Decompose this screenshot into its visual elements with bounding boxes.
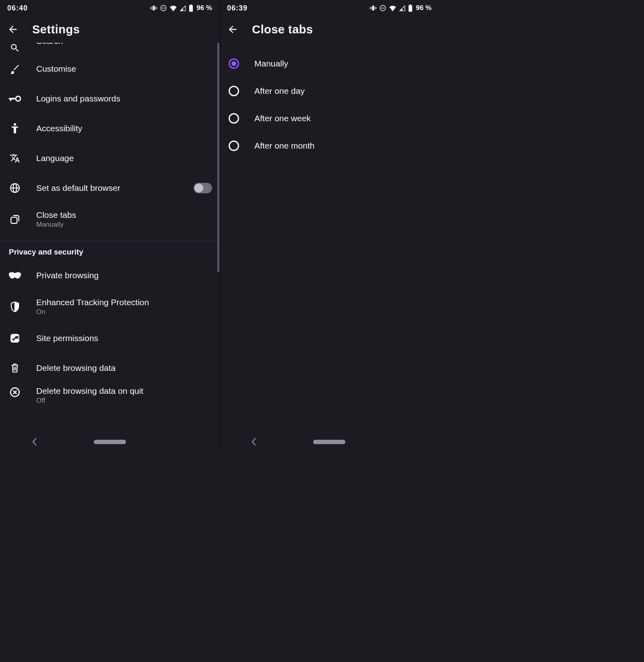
page-title: Close tabs xyxy=(252,23,313,36)
settings-item-label: Delete browsing data xyxy=(36,363,212,373)
translate-icon xyxy=(10,153,20,163)
signal-icon xyxy=(399,5,406,11)
dnd-icon xyxy=(379,4,386,12)
permissions-icon xyxy=(10,333,20,343)
mask-icon xyxy=(9,272,21,279)
settings-item-customise[interactable]: Customise xyxy=(0,54,219,84)
settings-item-close-tabs[interactable]: Close tabs Manually xyxy=(0,203,219,236)
default-browser-toggle[interactable] xyxy=(194,183,212,193)
svg-rect-3 xyxy=(190,4,192,5)
option-label: After one week xyxy=(254,114,311,123)
svg-rect-17 xyxy=(410,4,411,5)
settings-item-label: Site permissions xyxy=(36,333,212,343)
back-arrow-icon xyxy=(7,24,19,35)
wifi-icon xyxy=(389,5,396,11)
settings-item-label: Search xyxy=(36,43,212,46)
settings-item-default-browser[interactable]: Set as default browser xyxy=(0,173,219,203)
settings-item-private-browsing[interactable]: Private browsing xyxy=(0,261,219,290)
header: Settings xyxy=(0,16,219,43)
settings-item-label: Enhanced Tracking Protection xyxy=(36,298,212,307)
option-label: After one month xyxy=(254,141,314,151)
settings-item-delete-on-quit[interactable]: Delete browsing data on quit Off xyxy=(0,383,219,406)
radio-icon xyxy=(229,141,239,151)
tabs-icon xyxy=(10,214,20,225)
option-after-one-day[interactable]: After one day xyxy=(220,77,439,105)
settings-item-sub: Manually xyxy=(36,221,212,229)
settings-item-label: Close tabs xyxy=(36,210,212,220)
header: Close tabs xyxy=(220,16,439,43)
vibrate-icon xyxy=(369,4,377,12)
settings-item-sub: Off xyxy=(36,397,212,405)
battery-icon xyxy=(189,4,193,12)
section-title-privacy: Privacy and security xyxy=(0,241,219,261)
option-label: After one day xyxy=(254,86,305,96)
status-icons: 96 % xyxy=(150,4,212,12)
status-icons: 96 % xyxy=(369,4,431,12)
android-navbar xyxy=(220,432,439,451)
radio-icon xyxy=(229,113,239,124)
settings-item-label: Logins and passwords xyxy=(36,94,212,103)
radio-icon xyxy=(229,86,239,96)
search-icon xyxy=(10,43,20,53)
nav-back-icon[interactable] xyxy=(32,437,37,446)
svg-point-7 xyxy=(14,123,16,126)
wifi-icon xyxy=(169,5,177,11)
svg-point-4 xyxy=(16,96,21,101)
key-icon xyxy=(9,95,21,102)
settings-item-accessibility[interactable]: Accessibility xyxy=(0,114,219,143)
accessibility-icon xyxy=(10,123,20,134)
status-bar: 06:39 96 % xyxy=(220,0,439,16)
settings-item-label: Accessibility xyxy=(36,124,212,133)
nav-home-pill[interactable] xyxy=(313,440,345,444)
battery-percent: 96 % xyxy=(416,4,431,12)
radio-icon xyxy=(229,58,239,69)
settings-item-label: Private browsing xyxy=(36,271,212,280)
signal-icon xyxy=(180,5,186,11)
settings-item-search[interactable]: Search xyxy=(0,43,219,54)
svg-rect-2 xyxy=(189,5,193,12)
close-circle-icon xyxy=(10,387,20,397)
status-time: 06:40 xyxy=(7,4,28,12)
settings-item-sub: On xyxy=(36,308,212,316)
vibrate-icon xyxy=(150,4,157,12)
status-time: 06:39 xyxy=(227,4,248,12)
status-bar: 06:40 96 % xyxy=(0,0,219,16)
option-label: Manually xyxy=(254,59,288,68)
settings-screen: 06:40 96 % Settings Search xyxy=(0,0,219,451)
shield-icon xyxy=(10,301,20,312)
globe-icon xyxy=(10,183,20,193)
battery-icon xyxy=(408,4,413,12)
svg-rect-11 xyxy=(11,217,17,223)
svg-rect-6 xyxy=(10,98,11,101)
back-arrow-icon xyxy=(227,24,238,35)
settings-item-site-permissions[interactable]: Site permissions xyxy=(0,323,219,353)
settings-item-label: Customise xyxy=(36,64,212,74)
nav-back-icon[interactable] xyxy=(251,437,257,446)
svg-rect-5 xyxy=(9,98,16,99)
close-tabs-screen: 06:39 96 % Close tabs Manually xyxy=(219,0,439,451)
battery-percent: 96 % xyxy=(196,4,212,12)
page-title: Settings xyxy=(32,23,80,36)
trash-icon xyxy=(10,362,20,374)
settings-item-label: Delete browsing data on quit xyxy=(36,386,212,396)
brush-icon xyxy=(10,64,20,74)
option-after-one-month[interactable]: After one month xyxy=(220,132,439,159)
dnd-icon xyxy=(160,4,167,12)
svg-rect-16 xyxy=(409,5,412,12)
android-navbar xyxy=(0,432,219,451)
settings-item-delete-data[interactable]: Delete browsing data xyxy=(0,353,219,383)
settings-item-label: Set as default browser xyxy=(36,183,178,193)
settings-item-logins[interactable]: Logins and passwords xyxy=(0,84,219,114)
nav-home-pill[interactable] xyxy=(94,440,126,444)
back-button[interactable] xyxy=(227,24,238,35)
back-button[interactable] xyxy=(7,24,19,35)
settings-item-language[interactable]: Language xyxy=(0,143,219,173)
settings-item-etp[interactable]: Enhanced Tracking Protection On xyxy=(0,290,219,323)
option-manually[interactable]: Manually xyxy=(220,50,439,77)
option-after-one-week[interactable]: After one week xyxy=(220,105,439,132)
settings-item-label: Language xyxy=(36,153,212,163)
